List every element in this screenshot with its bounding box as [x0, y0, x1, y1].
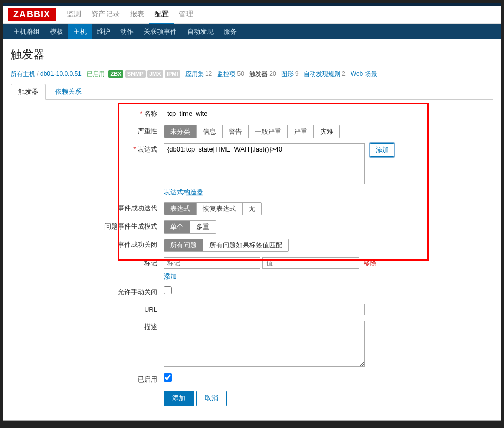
crumb-triggers: 触发器 20 [249, 70, 276, 78]
label-tags: 标记 [11, 257, 164, 269]
tag-name-input[interactable] [164, 257, 260, 269]
label-problem-mode: 问题事件生成模式 [11, 220, 164, 233]
logo: ZABBIX [8, 8, 56, 21]
ipmi-badge: IPMI [165, 70, 180, 78]
status-enabled: 已启用 [87, 70, 105, 78]
subnav-1[interactable]: 模板 [45, 24, 68, 39]
enabled-checkbox[interactable] [164, 373, 172, 382]
expression-add-button[interactable]: 添加 [370, 143, 394, 157]
topnav-3[interactable]: 配置 [149, 5, 174, 24]
crumb-all-hosts[interactable]: 所有主机 [11, 70, 35, 78]
subnav-2[interactable]: 主机 [68, 24, 92, 39]
sevGroup-4[interactable]: 严重 [288, 125, 314, 138]
okCloseGroup-0[interactable]: 所有问题 [164, 239, 203, 251]
subnav-6[interactable]: 自动发现 [182, 24, 219, 39]
topnav-1[interactable]: 资产记录 [86, 5, 125, 23]
label-ok-close: 事件成功关闭 [11, 239, 164, 251]
breadcrumb: 所有主机 / db01-10.0.0.51 已启用 ZBX SNMP JMX I… [11, 70, 493, 79]
subnav-0[interactable]: 主机群组 [8, 24, 45, 39]
pmGroup-0[interactable]: 单个 [164, 221, 190, 233]
pmGroup-1[interactable]: 多重 [190, 221, 216, 233]
label-ok-generation: 事件成功迭代 [11, 202, 164, 214]
submit-button[interactable]: 添加 [164, 391, 194, 406]
label-expression: 表达式 [11, 143, 164, 156]
label-url: URL [11, 304, 164, 316]
label-severity: 严重性 [11, 125, 164, 137]
okGenGroup-1[interactable]: 恢复表达式 [197, 203, 243, 215]
label-name: 名称 [11, 108, 164, 120]
crumb-discovery[interactable]: 自动发现规则 2 [304, 70, 346, 78]
zbx-badge: ZBX [108, 70, 123, 78]
sevGroup-1[interactable]: 信息 [197, 125, 223, 138]
sevGroup-3[interactable]: 一般严重 [249, 125, 288, 138]
url-input[interactable] [164, 304, 365, 315]
expression-builder-link[interactable]: 表达式构造器 [164, 188, 203, 196]
subnav-7[interactable]: 服务 [219, 24, 242, 39]
crumb-items[interactable]: 监控项 50 [217, 70, 244, 78]
page-title: 触发器 [11, 47, 493, 62]
tab-dependencies[interactable]: 依赖关系 [48, 84, 89, 99]
topnav-2[interactable]: 报表 [125, 5, 149, 23]
crumb-host[interactable]: db01-10.0.0.51 [40, 70, 82, 78]
tab-trigger[interactable]: 触发器 [11, 84, 46, 100]
name-input[interactable] [164, 108, 357, 119]
tag-value-input[interactable] [262, 257, 359, 269]
allow-manual-close-checkbox[interactable] [164, 286, 172, 294]
topnav-0[interactable]: 监测 [62, 5, 86, 23]
tag-remove-link[interactable]: 移除 [364, 260, 376, 267]
okGenGroup-2[interactable]: 无 [243, 203, 261, 215]
cancel-button[interactable]: 取消 [196, 391, 227, 406]
label-description: 描述 [11, 321, 164, 333]
tag-add-link[interactable]: 添加 [164, 272, 177, 280]
okGenGroup-0[interactable]: 表达式 [164, 203, 197, 215]
okCloseGroup-1[interactable]: 所有问题如果标签值匹配 [203, 239, 288, 251]
crumb-graphs[interactable]: 图形 9 [281, 70, 299, 78]
topnav-4[interactable]: 管理 [174, 5, 198, 23]
subnav-5[interactable]: 关联项事件 [139, 24, 182, 39]
description-textarea[interactable] [164, 321, 365, 367]
expression-textarea[interactable]: {db01:tcp_state[TIME_WAIT].last()}>40 [164, 143, 365, 184]
sevGroup-2[interactable]: 警告 [223, 125, 249, 138]
subnav-4[interactable]: 动作 [115, 24, 139, 39]
label-enabled: 已启用 [11, 373, 164, 386]
label-allow-manual-close: 允许手动关闭 [11, 286, 164, 298]
sevGroup-5[interactable]: 灾难 [314, 125, 339, 138]
subnav-3[interactable]: 维护 [92, 24, 115, 39]
snmp-badge: SNMP [125, 70, 146, 78]
sevGroup-0[interactable]: 未分类 [164, 125, 197, 138]
crumb-web[interactable]: Web 场景 [351, 70, 377, 78]
jmx-badge: JMX [147, 70, 163, 78]
crumb-apps[interactable]: 应用集 12 [185, 70, 213, 78]
